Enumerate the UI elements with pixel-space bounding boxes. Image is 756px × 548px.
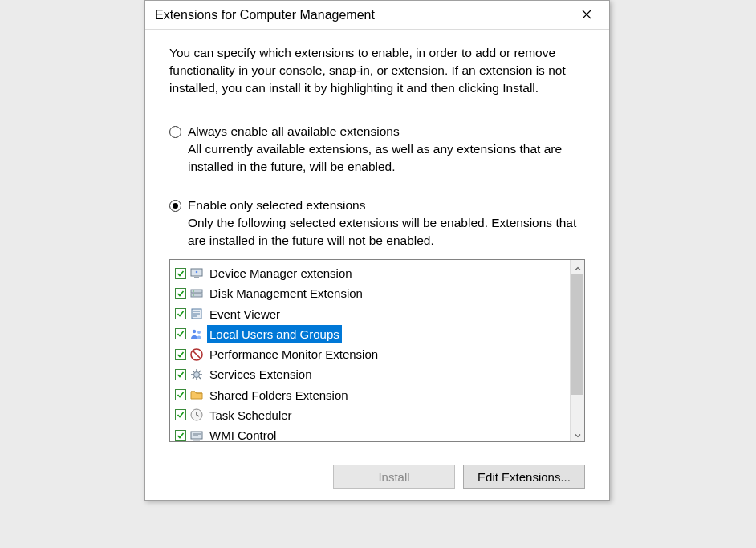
extensions-dialog: Extensions for Computer Management You c… bbox=[144, 0, 610, 501]
svg-point-5 bbox=[193, 290, 194, 292]
edit-extensions-button[interactable]: Edit Extensions... bbox=[463, 465, 585, 489]
checkbox[interactable] bbox=[175, 349, 186, 360]
scrollbar[interactable] bbox=[570, 260, 584, 441]
list-item[interactable]: Performance Monitor Extension bbox=[172, 344, 568, 364]
checkbox[interactable] bbox=[175, 288, 186, 299]
list-item-label: Device Manager extension bbox=[207, 264, 355, 282]
scroll-up-button[interactable] bbox=[571, 260, 584, 274]
radio-enable-selected[interactable]: Enable only selected extensions bbox=[169, 198, 585, 213]
list-item[interactable]: Services Extension bbox=[172, 364, 568, 384]
task-scheduler-icon bbox=[189, 408, 204, 422]
scroll-track[interactable] bbox=[571, 274, 584, 427]
scroll-thumb[interactable] bbox=[571, 274, 583, 395]
checkbox[interactable] bbox=[175, 268, 186, 279]
svg-point-6 bbox=[193, 294, 194, 296]
chevron-down-icon bbox=[575, 428, 581, 441]
list-item[interactable]: Task Scheduler bbox=[172, 405, 568, 425]
checkbox[interactable] bbox=[175, 328, 186, 339]
svg-rect-4 bbox=[191, 294, 202, 297]
list-item-label: Event Viewer bbox=[207, 305, 282, 323]
window-title: Extensions for Computer Management bbox=[155, 8, 375, 22]
event-viewer-icon bbox=[189, 306, 204, 321]
svg-point-11 bbox=[194, 371, 200, 377]
svg-rect-3 bbox=[191, 290, 202, 293]
list-item[interactable]: WMI Control bbox=[172, 425, 568, 441]
radio-always-enable[interactable]: Always enable all available extensions bbox=[169, 124, 585, 139]
local-users-groups-icon bbox=[189, 327, 204, 341]
shared-folders-icon bbox=[189, 388, 204, 402]
svg-point-8 bbox=[193, 330, 196, 333]
wmi-control-icon bbox=[189, 428, 204, 441]
list-item-label: Disk Management Extension bbox=[207, 284, 365, 302]
checkbox[interactable] bbox=[175, 369, 186, 380]
close-button[interactable] bbox=[569, 3, 604, 27]
option-enable-selected: Enable only selected extensions Only the… bbox=[169, 198, 585, 250]
list-item-label: Shared Folders Extension bbox=[207, 386, 351, 404]
option-label: Always enable all available extensions bbox=[188, 124, 400, 139]
close-icon bbox=[582, 8, 591, 22]
list-item[interactable]: Device Manager extension bbox=[172, 263, 568, 283]
list-item[interactable]: Local Users and Groups bbox=[172, 324, 568, 344]
svg-point-9 bbox=[197, 331, 201, 334]
scroll-down-button[interactable] bbox=[571, 427, 584, 441]
list-item-label: Local Users and Groups bbox=[207, 325, 342, 343]
option-desc: Only the following selected extensions w… bbox=[169, 214, 585, 250]
svg-rect-14 bbox=[193, 440, 200, 441]
checkbox[interactable] bbox=[175, 430, 186, 441]
option-label: Enable only selected extensions bbox=[188, 198, 365, 213]
list-item[interactable]: Disk Management Extension bbox=[172, 283, 568, 303]
checkbox[interactable] bbox=[175, 409, 186, 420]
option-desc: All currently available extensions, as w… bbox=[169, 140, 585, 176]
install-button[interactable]: Install bbox=[333, 465, 455, 489]
intro-text: You can specify which extensions to enab… bbox=[169, 44, 585, 97]
list-item-label: Performance Monitor Extension bbox=[207, 345, 380, 363]
listbox-inner: Device Manager extensionDisk Management … bbox=[170, 260, 570, 441]
extensions-listbox[interactable]: Device Manager extensionDisk Management … bbox=[169, 259, 585, 442]
list-item[interactable]: Shared Folders Extension bbox=[172, 385, 568, 405]
radio-icon bbox=[169, 200, 181, 212]
radio-icon bbox=[169, 126, 181, 138]
chevron-up-icon bbox=[575, 261, 581, 274]
checkbox[interactable] bbox=[175, 389, 186, 400]
svg-point-2 bbox=[196, 270, 198, 273]
checkbox[interactable] bbox=[175, 308, 186, 319]
svg-rect-1 bbox=[194, 277, 199, 278]
option-always-enable: Always enable all available extensions A… bbox=[169, 124, 585, 176]
list-item-label: Task Scheduler bbox=[207, 406, 295, 424]
list-item-label: Services Extension bbox=[207, 365, 315, 384]
dialog-content: You can specify which extensions to enab… bbox=[145, 30, 609, 453]
list-item-label: WMI Control bbox=[207, 426, 278, 441]
performance-monitor-icon bbox=[189, 347, 204, 362]
list-item[interactable]: Event Viewer bbox=[172, 304, 568, 324]
disk-management-icon bbox=[189, 286, 204, 301]
button-row: Install Edit Extensions... bbox=[145, 453, 609, 500]
titlebar: Extensions for Computer Management bbox=[145, 1, 609, 30]
services-icon bbox=[189, 367, 204, 382]
device-manager-icon bbox=[189, 266, 204, 281]
